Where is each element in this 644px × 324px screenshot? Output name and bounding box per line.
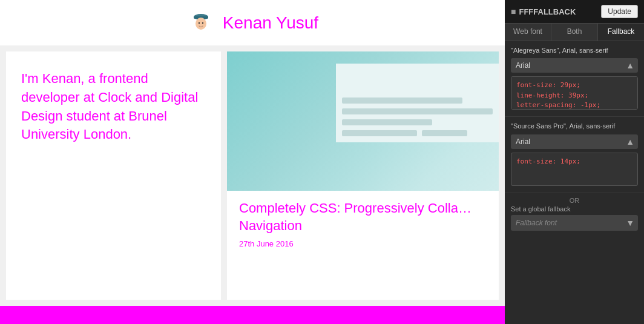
panel-tabs: Web font Both Fallback (505, 24, 644, 41)
bottom-bar (0, 306, 505, 324)
placeholder-bar-2 (342, 108, 493, 114)
font-family-label-2: "Source Sans Pro", Arial, sans-serif (511, 122, 638, 130)
right-panel: ■ FFFFALLBACK Update Web font Both Fallb… (505, 0, 644, 324)
placeholder-bar-3 (342, 119, 433, 125)
font-select-row-2[interactable]: Arial ▲ (511, 134, 638, 149)
font-css-editor-1[interactable] (511, 76, 638, 110)
blog-preview-image (227, 51, 499, 191)
placeholder-bar-1 (342, 98, 463, 104)
font-entry-1: "Alegreya Sans", Arial, sans-serif Arial… (505, 41, 644, 117)
fallback-select-row[interactable]: Fallback font ▼ (511, 215, 638, 231)
font-select-1[interactable]: Arial (511, 58, 622, 73)
font-family-label-1: "Alegreya Sans", Arial, sans-serif (511, 46, 638, 55)
intro-text: I'm Kenan, a frontend developer at Clock… (21, 70, 206, 144)
update-button[interactable]: Update (601, 5, 638, 18)
or-separator: OR (505, 193, 644, 205)
cards-area: I'm Kenan, a frontend developer at Clock… (0, 45, 505, 306)
blog-info: Completely CSS: Progressively Colla… Nav… (227, 191, 499, 257)
font-select-arrow-2: ▲ (622, 137, 638, 147)
panel-header: ■ FFFFALLBACK Update (505, 0, 644, 24)
font-select-arrow-1: ▲ (622, 61, 638, 70)
blog-preview-inner (336, 64, 499, 142)
svg-point-3 (199, 22, 200, 23)
blog-title: Completely CSS: Progressively Colla… Nav… (239, 200, 487, 234)
avatar (186, 8, 215, 38)
font-select-2[interactable]: Arial (511, 134, 622, 149)
panel-title: ■ FFFFALLBACK (511, 7, 576, 16)
site-header: Kenan Yusuf (0, 0, 505, 45)
intro-card: I'm Kenan, a frontend developer at Clock… (6, 51, 221, 300)
tab-fallback[interactable]: Fallback (598, 24, 644, 41)
blog-card: Completely CSS: Progressively Colla… Nav… (227, 51, 499, 300)
svg-point-2 (196, 18, 206, 30)
fallback-select-arrow: ▼ (622, 218, 638, 228)
font-entry-2: "Source Sans Pro", Arial, sans-serif Ari… (505, 117, 644, 193)
site-title: Kenan Yusuf (223, 13, 318, 33)
main-content: Kenan Yusuf I'm Kenan, a frontend develo… (0, 0, 505, 324)
font-select-row-1[interactable]: Arial ▲ (511, 58, 638, 73)
fallback-font-select[interactable]: Fallback font (511, 215, 622, 231)
placeholder-bar-5 (422, 130, 467, 136)
tab-both[interactable]: Both (551, 24, 598, 41)
global-fallback-label: Set a global fallback (505, 205, 644, 215)
tab-web-font[interactable]: Web font (505, 24, 551, 41)
panel-icon: ■ (511, 7, 516, 16)
svg-point-4 (202, 22, 203, 23)
font-css-editor-2[interactable] (511, 153, 638, 186)
blog-date: 27th June 2016 (239, 239, 487, 248)
panel-title-text: FFFFALLBACK (519, 7, 576, 16)
placeholder-bar-4 (342, 130, 418, 136)
